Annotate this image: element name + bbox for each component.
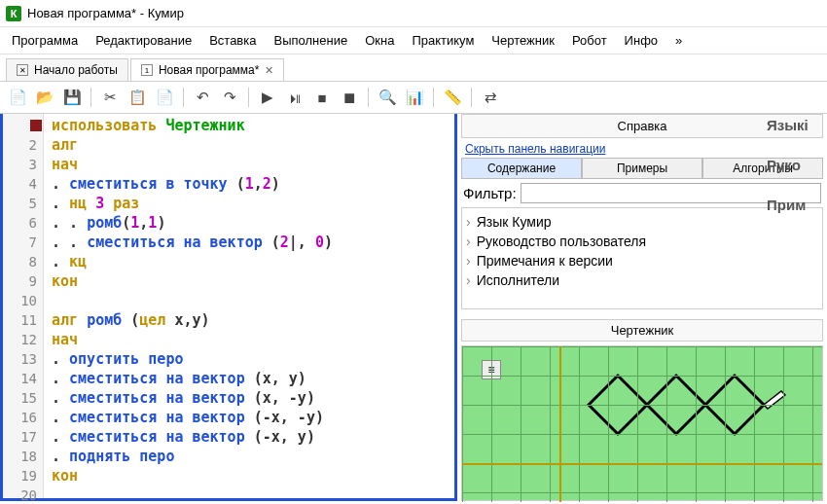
menu-item[interactable]: Робот <box>572 33 607 48</box>
code-token: раз <box>113 195 139 212</box>
menu-item[interactable]: Инфо <box>625 33 658 48</box>
code-line[interactable]: . . ромб(1,1) <box>52 213 454 233</box>
code-token <box>104 195 113 212</box>
menu-item[interactable]: Выполнение <box>273 33 347 48</box>
toolbar-separator <box>433 88 434 107</box>
menu-item[interactable]: Практикум <box>412 33 474 48</box>
code-line[interactable]: . сместиться на вектор (x, y) <box>52 369 454 388</box>
code-token: ) <box>324 234 333 251</box>
toolbar-separator <box>183 88 184 107</box>
code-line[interactable]: использовать Чертежник <box>52 116 454 135</box>
code-line[interactable]: . сместиться на вектор (-x, y) <box>52 427 454 447</box>
inspect-button[interactable]: 🔍 <box>376 86 399 109</box>
code-token: поднять перо <box>69 448 174 465</box>
help-tab[interactable]: Содержание <box>461 158 582 179</box>
tree-item[interactable]: Руководство пользователя <box>466 232 818 251</box>
code-line[interactable]: алг <box>52 135 454 155</box>
code-token: ( <box>122 311 139 329</box>
menu-item[interactable]: Окна <box>365 33 394 48</box>
code-line[interactable] <box>52 486 454 504</box>
code-token: ( <box>263 234 280 251</box>
toolbar: 📄📂💾✂📋📄↶↷▶⏯■◼🔍📊📏⇄ <box>0 82 827 114</box>
code-token: сместиться на вектор <box>69 389 245 407</box>
code-token: использовать <box>52 117 157 134</box>
code-line[interactable]: . сместиться на вектор (-x, -y) <box>52 408 454 427</box>
run-button[interactable]: ▶ <box>256 86 279 109</box>
code-line[interactable]: нач <box>52 330 454 349</box>
code-token: , <box>139 214 148 232</box>
tab-label: Новая программа* <box>159 63 260 77</box>
title-bar: К Новая программа* - Кумир <box>0 0 827 27</box>
editor-tab[interactable]: ✕Начало работы <box>6 58 128 81</box>
code-token: . <box>52 195 69 212</box>
code-token: ) <box>271 175 280 193</box>
cut-button[interactable]: ✂ <box>98 86 122 109</box>
code-editor[interactable]: использовать Чертежникалгнач. сместиться… <box>44 114 454 498</box>
hide-nav-link[interactable]: Скрыть панель навигации <box>461 140 823 158</box>
code-token: ) <box>157 214 165 232</box>
code-line[interactable]: . сместиться в точку (1,2) <box>52 174 454 194</box>
code-line[interactable]: . поднять перо <box>52 447 454 466</box>
step-button[interactable]: ⏯ <box>283 86 306 109</box>
code-token: алг <box>52 311 78 329</box>
undo-button[interactable]: ↶ <box>191 86 214 109</box>
toolbar-separator <box>248 88 249 107</box>
code-token: опустить перо <box>69 350 183 368</box>
code-token: сместиться на вектор <box>69 370 245 387</box>
close-icon[interactable]: ✕ <box>265 64 273 77</box>
code-token <box>87 195 95 212</box>
editor-tab[interactable]: 1Новая программа*✕ <box>130 58 285 81</box>
code-line[interactable]: . сместиться на вектор (x, -y) <box>52 388 454 408</box>
code-token: ромб <box>87 311 122 329</box>
drafter-canvas[interactable]: ≡ <box>461 345 823 501</box>
tree-item[interactable]: Язык Кумир <box>466 212 818 232</box>
halt-button[interactable]: ◼ <box>338 86 361 109</box>
tree-item[interactable]: Исполнители <box>466 270 818 290</box>
code-line[interactable]: нач <box>52 155 454 174</box>
copy-button[interactable]: 📋 <box>126 86 149 109</box>
toggle-button[interactable]: ⇄ <box>479 86 502 109</box>
menu-item[interactable]: Вставка <box>209 33 256 48</box>
code-token: 1 <box>245 175 254 193</box>
paste-button[interactable]: 📄 <box>153 86 176 109</box>
menu-item[interactable]: Редактирование <box>95 33 192 48</box>
code-token: сместиться на вектор <box>69 409 245 426</box>
ruler-button[interactable]: 📏 <box>441 86 464 109</box>
save-button[interactable]: 💾 <box>60 86 84 109</box>
code-line[interactable]: кон <box>52 271 454 291</box>
help-tab[interactable]: Примеры <box>582 158 702 179</box>
tree-item[interactable]: Примечания к версии <box>466 251 818 270</box>
code-token: нач <box>52 156 78 173</box>
code-line[interactable]: . опустить перо <box>52 349 454 369</box>
menu-bar: ПрограммаРедактированиеВставкаВыполнение… <box>0 27 827 54</box>
breakpoint-icon[interactable] <box>30 120 42 131</box>
code-token: кон <box>52 467 78 485</box>
menu-item[interactable]: Чертежник <box>491 33 555 48</box>
code-token: 1 <box>130 214 139 232</box>
code-line[interactable]: . . сместиться на вектор (2|, 0) <box>52 233 454 252</box>
pen-icon <box>764 391 785 409</box>
tab-bar: ✕Начало работы1Новая программа*✕ <box>0 54 827 82</box>
code-token: (-x, -y) <box>245 409 324 426</box>
stop-button[interactable]: ■ <box>310 86 334 109</box>
code-line[interactable]: кон <box>52 466 454 486</box>
menu-item[interactable]: Программа <box>12 33 78 48</box>
code-token: . <box>52 370 69 387</box>
tab-label: Начало работы <box>34 63 118 77</box>
code-line[interactable]: . кц <box>52 252 454 271</box>
code-token: Чертежник <box>165 117 244 134</box>
code-line[interactable] <box>52 291 454 310</box>
code-token: нач <box>52 331 78 348</box>
filter-input[interactable] <box>521 183 821 203</box>
redo-button[interactable]: ↷ <box>218 86 241 109</box>
new-button[interactable]: 📄 <box>6 86 29 109</box>
menu-item[interactable]: » <box>675 33 682 48</box>
tree-button[interactable]: 📊 <box>403 86 426 109</box>
code-line[interactable]: . нц 3 раз <box>52 194 454 213</box>
code-token: кон <box>52 272 78 290</box>
code-token: кц <box>69 253 87 270</box>
code-line[interactable]: алг ромб (цел x,y) <box>52 310 454 330</box>
open-button[interactable]: 📂 <box>33 86 56 109</box>
help-tab[interactable]: Алгоритмы <box>702 158 823 179</box>
code-token: ( <box>228 175 245 193</box>
